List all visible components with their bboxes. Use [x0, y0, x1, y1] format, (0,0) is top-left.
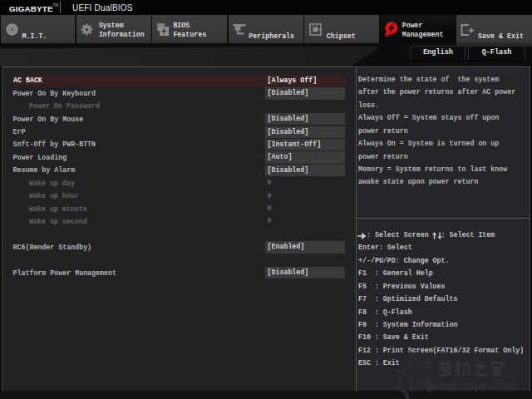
svg-text:www.lotpc.com: www.lotpc.com	[426, 377, 518, 392]
